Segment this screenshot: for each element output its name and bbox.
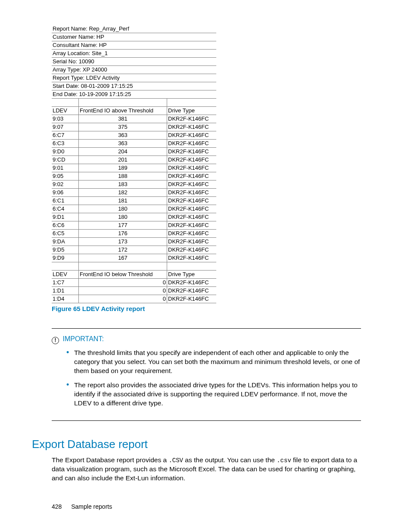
ldev-cell: 9:06 <box>52 189 79 197</box>
drive-cell: DKR2F-K146FC <box>167 230 217 238</box>
meta-cell: Start Date: 08-01-2009 17:15:25 <box>52 82 167 90</box>
footer-title: Sample reports <box>71 503 112 510</box>
col-header: Drive Type <box>167 271 217 279</box>
drive-cell: DKR2F-K146FC <box>167 205 217 213</box>
divider-bottom <box>52 420 361 421</box>
section-paragraph: The Export Database report provides a .C… <box>52 456 361 483</box>
col-header: Drive Type <box>167 107 217 115</box>
drive-cell: DKR2F-K146FC <box>167 123 217 131</box>
value-cell: 363 <box>79 131 167 140</box>
drive-cell: DKR2F-K146FC <box>167 189 217 197</box>
drive-cell: DKR2F-K146FC <box>167 164 217 172</box>
drive-cell: DKR2F-K146FC <box>167 295 217 303</box>
drive-cell: DKR2F-K146FC <box>167 197 217 205</box>
meta-cell: Consultant Name: HP <box>52 41 167 50</box>
important-note: ! IMPORTANT: The threshold limits that y… <box>52 335 361 413</box>
value-cell: 204 <box>79 148 167 156</box>
important-heading: ! IMPORTANT: <box>52 335 361 344</box>
code-literal: .CSV <box>168 457 183 464</box>
value-cell: 188 <box>79 172 167 180</box>
meta-blank <box>167 90 217 99</box>
meta-cell: Array Type: XP 24000 <box>52 66 167 74</box>
ldev-cell: 6:C1 <box>52 197 79 205</box>
figure-caption: Figure 65 LDEV Activity report <box>52 305 145 312</box>
drive-cell: DKR2F-K146FC <box>167 140 217 148</box>
value-cell: 0 <box>79 279 167 287</box>
ldev-cell: 9:D9 <box>52 254 79 262</box>
col-header: LDEV <box>52 107 79 115</box>
drive-cell: DKR2F-K146FC <box>167 221 217 230</box>
value-cell: 172 <box>79 246 167 254</box>
table-cell <box>52 99 79 107</box>
ldev-cell: 9:DA <box>52 238 79 246</box>
value-cell: 182 <box>79 189 167 197</box>
ldev-cell: 6:C5 <box>52 230 79 238</box>
drive-cell: DKR2F-K146FC <box>167 156 217 164</box>
drive-cell: DKR2F-K146FC <box>167 279 217 287</box>
drive-cell: DKR2F-K146FC <box>167 238 217 246</box>
value-cell: 381 <box>79 115 167 123</box>
table-cell <box>79 262 167 271</box>
drive-cell: DKR2F-K146FC <box>167 213 217 221</box>
meta-blank <box>167 25 217 33</box>
code-literal: .csv <box>277 457 291 464</box>
col-header: LDEV <box>52 271 79 279</box>
value-cell: 180 <box>79 205 167 213</box>
section-heading: Export Database report <box>32 438 148 451</box>
value-cell: 180 <box>79 213 167 221</box>
drive-cell: DKR2F-K146FC <box>167 131 217 140</box>
page-footer: 428 Sample reports <box>52 503 112 510</box>
important-label: IMPORTANT: <box>62 335 103 342</box>
ldev-cell: 9:07 <box>52 123 79 131</box>
drive-cell: DKR2F-K146FC <box>167 172 217 180</box>
drive-cell: DKR2F-K146FC <box>167 254 217 262</box>
value-cell: 0 <box>79 295 167 303</box>
ldev-cell: 9:CD <box>52 156 79 164</box>
table-cell <box>79 99 167 107</box>
ldev-cell: 9:05 <box>52 172 79 180</box>
ldev-report-table: Report Name: Rep_Array_PerfCustomer Name… <box>52 25 216 303</box>
meta-blank <box>167 33 217 41</box>
value-cell: 189 <box>79 164 167 172</box>
table-cell <box>167 262 217 271</box>
value-cell: 177 <box>79 221 167 230</box>
meta-cell: Serial No: 10090 <box>52 58 167 66</box>
ldev-cell: 1:D4 <box>52 295 79 303</box>
para-text: The Export Database report provides a <box>52 456 168 464</box>
value-cell: 363 <box>79 140 167 148</box>
divider-top <box>52 328 361 329</box>
ldev-cell: 6:C7 <box>52 131 79 140</box>
page-number: 428 <box>52 503 62 510</box>
value-cell: 0 <box>79 287 167 295</box>
meta-blank <box>167 74 217 82</box>
ldev-cell: 9:02 <box>52 180 79 189</box>
table-cell <box>167 99 217 107</box>
ldev-cell: 9:D5 <box>52 246 79 254</box>
important-item: The threshold limits that you specify ar… <box>66 348 361 376</box>
col-header: FrontEnd IO below Threshold <box>79 271 167 279</box>
ldev-cell: 6:C6 <box>52 221 79 230</box>
ldev-cell: 1:D1 <box>52 287 79 295</box>
important-icon: ! <box>52 337 59 344</box>
meta-cell: Array Location: Site_1 <box>52 50 167 58</box>
meta-blank <box>167 82 217 90</box>
drive-cell: DKR2F-K146FC <box>167 115 217 123</box>
meta-blank <box>167 58 217 66</box>
value-cell: 201 <box>79 156 167 164</box>
value-cell: 181 <box>79 197 167 205</box>
col-header: FrontEnd IO above Threshold <box>79 107 167 115</box>
para-text: as the output. You can use the <box>183 456 277 464</box>
meta-cell: End Date: 10-19-2009 17:15:25 <box>52 90 167 99</box>
value-cell: 375 <box>79 123 167 131</box>
meta-cell: Report Name: Rep_Array_Perf <box>52 25 167 33</box>
ldev-cell: 1:C7 <box>52 279 79 287</box>
ldev-cell: 9:03 <box>52 115 79 123</box>
ldev-cell: 6:C3 <box>52 140 79 148</box>
value-cell: 167 <box>79 254 167 262</box>
value-cell: 173 <box>79 238 167 246</box>
meta-cell: Report Type: LDEV Activity <box>52 74 167 82</box>
ldev-cell: 6:C4 <box>52 205 79 213</box>
ldev-cell: 9:01 <box>52 164 79 172</box>
drive-cell: DKR2F-K146FC <box>167 287 217 295</box>
ldev-cell: 9:D0 <box>52 148 79 156</box>
